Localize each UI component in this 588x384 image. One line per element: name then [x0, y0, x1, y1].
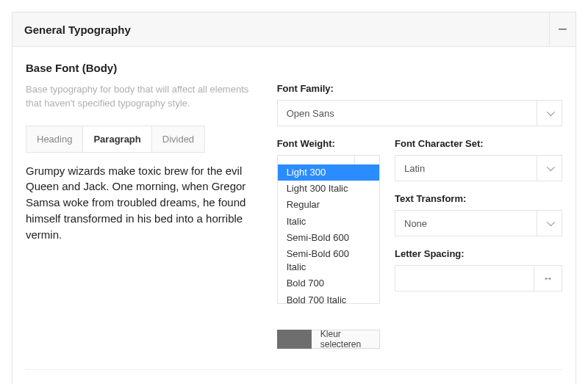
- chevron-down-icon: [546, 218, 554, 226]
- section-description: Base typography for body that will affec…: [26, 83, 258, 111]
- preview-tabs: HeadingParagraphDivided: [26, 126, 205, 153]
- letter-spacing-input[interactable]: [395, 266, 534, 291]
- font-weight-option[interactable]: Semi-Bold 600 Italic: [278, 246, 379, 275]
- font-weight-option[interactable]: Bold 700 Italic: [278, 292, 379, 305]
- right-sub-column: Font Character Set: Latin Text Transform…: [395, 138, 562, 349]
- color-swatch[interactable]: [277, 330, 312, 349]
- font-weight-dropdown: Light 300Light 300 ItalicRegularItalicSe…: [277, 164, 380, 304]
- color-select-button[interactable]: Kleur selecteren: [312, 330, 380, 349]
- font-weight-option[interactable]: Light 300 Italic: [278, 181, 379, 197]
- letter-spacing-icon: ↔: [534, 266, 562, 291]
- panel-header: General Typography −: [12, 12, 576, 47]
- font-weight-label: Font Weight:: [277, 138, 380, 149]
- font-weight-option[interactable]: Italic: [278, 214, 379, 230]
- typography-panel: General Typography − Base Font (Body) Ba…: [12, 12, 576, 384]
- tab-divided[interactable]: Divided: [152, 126, 204, 152]
- charset-caret[interactable]: [537, 156, 562, 181]
- text-transform-select[interactable]: None: [395, 210, 562, 236]
- font-family-select[interactable]: Open Sans: [277, 100, 562, 126]
- tab-heading[interactable]: Heading: [26, 126, 83, 152]
- font-family-caret[interactable]: [537, 101, 562, 126]
- section-title: Base Font (Body): [26, 62, 562, 74]
- font-family-value: Open Sans: [278, 101, 537, 126]
- panel-body: Base Font (Body) Base typography for bod…: [12, 47, 576, 384]
- font-weight-field: Font Weight: Regular Light 300Light 300 …: [277, 138, 380, 349]
- font-weight-option[interactable]: Semi-Bold 600: [278, 230, 379, 246]
- chevron-down-icon: [546, 108, 554, 116]
- font-weight-option[interactable]: Light 300: [278, 164, 379, 181]
- charset-select[interactable]: Latin: [395, 155, 562, 181]
- preview-text: Grumpy wizards make toxic brew for the e…: [26, 163, 258, 243]
- section-divider: [26, 369, 562, 370]
- text-transform-caret[interactable]: [537, 211, 562, 236]
- right-column: Font Family: Open Sans Font Weight: Regu…: [277, 83, 562, 349]
- tab-paragraph[interactable]: Paragraph: [83, 126, 151, 152]
- font-weight-option[interactable]: Regular: [278, 197, 379, 213]
- font-family-label: Font Family:: [277, 83, 562, 94]
- collapse-button[interactable]: −: [549, 12, 576, 46]
- font-weight-option[interactable]: Bold 700: [278, 275, 379, 291]
- letter-spacing-field: ↔: [395, 265, 562, 291]
- charset-label: Font Character Set:: [395, 138, 562, 149]
- text-transform-label: Text Transform:: [395, 193, 562, 204]
- font-color-row: Kleur selecteren: [277, 330, 380, 349]
- panel-title: General Typography: [24, 23, 131, 36]
- text-transform-value: None: [395, 211, 537, 236]
- letter-spacing-label: Letter Spacing:: [395, 248, 562, 259]
- left-column: Base typography for body that will affec…: [26, 83, 258, 349]
- chevron-down-icon: [546, 163, 554, 171]
- charset-value: Latin: [395, 156, 537, 181]
- minus-icon: −: [558, 21, 567, 37]
